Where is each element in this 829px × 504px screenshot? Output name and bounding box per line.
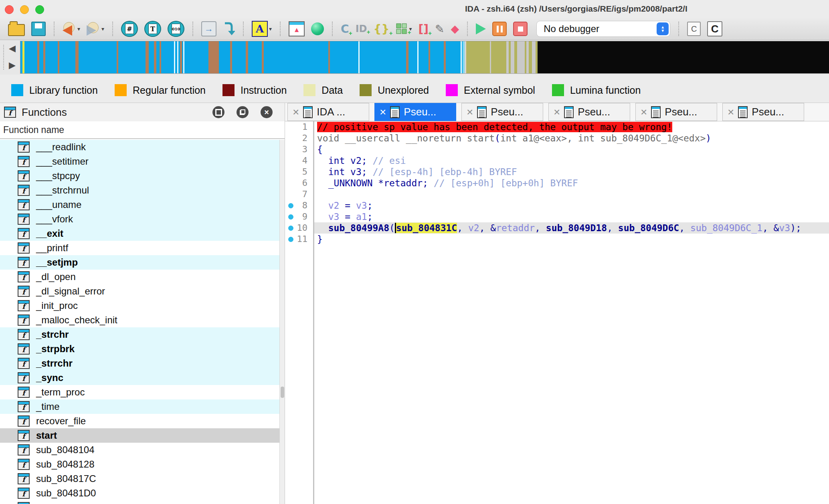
- function-row[interactable]: f_sync: [0, 371, 279, 385]
- code-line-text[interactable]: [314, 189, 829, 200]
- code-line-text[interactable]: int v3; // [esp-4h] [ebp-4h] BYREF: [314, 166, 829, 177]
- code-line-text[interactable]: sub_80499A8(sub_804831C, v2, &retaddr, s…: [314, 222, 829, 234]
- code-line-text[interactable]: }: [314, 234, 829, 245]
- navband-segment[interactable]: [538, 41, 829, 73]
- dropdown-chevron-icon[interactable]: ▾: [269, 26, 272, 32]
- navigation-band[interactable]: [20, 41, 829, 74]
- function-row[interactable]: f___stpcpy: [0, 169, 279, 183]
- navband-segment[interactable]: [463, 41, 465, 73]
- navband-segment[interactable]: [160, 41, 161, 73]
- jump-binary-icon[interactable]: 010: [168, 20, 184, 38]
- zoom-window-button[interactable]: [35, 5, 44, 14]
- navband-segment[interactable]: [20, 41, 465, 73]
- function-row[interactable]: f_dl_signal_error: [0, 284, 279, 298]
- create-function-icon[interactable]: C+: [341, 20, 349, 38]
- function-row[interactable]: f___uname: [0, 198, 279, 212]
- navband-segment[interactable]: [43, 41, 45, 73]
- navband-segment[interactable]: [154, 41, 156, 73]
- code-line-text[interactable]: void __usercall __noreturn start(int a1@…: [314, 133, 829, 144]
- tab-close-icon[interactable]: ×: [467, 107, 473, 118]
- function-row[interactable]: f___strchrnul: [0, 183, 279, 198]
- dropdown-chevron-icon[interactable]: ▾: [101, 26, 104, 32]
- create-struct-icon[interactable]: {}+: [374, 20, 390, 38]
- function-row[interactable]: fstart: [0, 428, 279, 443]
- navband-segment[interactable]: [358, 41, 360, 73]
- function-row[interactable]: f__setjmp: [0, 255, 279, 270]
- navband-segment[interactable]: [444, 41, 446, 73]
- breakpoint-icon[interactable]: ◆: [451, 20, 459, 38]
- navband-segment[interactable]: [417, 41, 419, 73]
- start-process-icon[interactable]: [476, 20, 486, 38]
- function-row[interactable]: f_term_proc: [0, 385, 279, 399]
- view-tab-5[interactable]: ×Pseu...: [722, 103, 804, 121]
- code-line-text[interactable]: _UNKNOWN *retaddr; // [esp+0h] [ebp+0h] …: [314, 177, 829, 189]
- function-chunks-icon[interactable]: +▾: [396, 20, 412, 38]
- stop-process-icon[interactable]: [513, 20, 528, 38]
- navband-position-marker[interactable]: [22, 41, 24, 73]
- open-file-icon[interactable]: [8, 20, 25, 38]
- function-row[interactable]: frecover_file: [0, 414, 279, 428]
- view-tab-1[interactable]: ×Pseu...: [374, 103, 456, 121]
- navband-right-arrow-icon[interactable]: ▶: [9, 58, 19, 73]
- tab-close-icon[interactable]: ×: [641, 107, 647, 118]
- code-line-text[interactable]: v3 = a1;: [314, 211, 829, 222]
- rename-icon[interactable]: A▾: [252, 20, 272, 38]
- navband-segment[interactable]: [177, 41, 178, 73]
- navband-segment[interactable]: [246, 41, 248, 73]
- minimize-window-button[interactable]: [20, 5, 29, 14]
- open-view-icon[interactable]: ▲: [289, 20, 305, 38]
- view-tab-2[interactable]: ×Pseu...: [461, 103, 543, 121]
- navband-segment[interactable]: [406, 41, 408, 73]
- jump-name-icon[interactable]: T: [144, 20, 161, 38]
- navband-segment[interactable]: [230, 41, 232, 73]
- function-row[interactable]: fsub_80481D0: [0, 486, 279, 500]
- view-tab-3[interactable]: ×Pseu...: [548, 103, 630, 121]
- function-row[interactable]: fsub_804817C: [0, 472, 279, 486]
- function-row[interactable]: f__exit: [0, 226, 279, 241]
- save-icon[interactable]: [31, 20, 46, 38]
- navband-segment[interactable]: [117, 41, 118, 73]
- navband-segment[interactable]: [75, 41, 79, 73]
- tab-close-icon[interactable]: ×: [728, 107, 734, 118]
- navband-segment[interactable]: [174, 41, 175, 73]
- navband-segment[interactable]: [511, 41, 514, 73]
- navband-left-arrow-icon[interactable]: ◀: [9, 41, 19, 56]
- tab-close-icon[interactable]: ×: [554, 107, 560, 118]
- attach-debug-icon[interactable]: C: [707, 20, 722, 38]
- function-row[interactable]: f___readlink: [0, 140, 279, 154]
- jump-xref-icon[interactable]: [223, 20, 235, 38]
- navband-segment[interactable]: [532, 41, 536, 73]
- create-array-icon[interactable]: []+: [418, 20, 429, 38]
- scrollbar-thumb[interactable]: [281, 387, 284, 398]
- tab-close-icon[interactable]: ×: [380, 107, 386, 118]
- lumina-icon[interactable]: [311, 20, 324, 38]
- navband-segment[interactable]: [58, 41, 59, 73]
- function-row[interactable]: f_dl_open: [0, 270, 279, 284]
- pause-process-icon[interactable]: [492, 20, 507, 38]
- function-row[interactable]: f_strpbrk: [0, 342, 279, 356]
- function-row[interactable]: f_strrchr: [0, 356, 279, 371]
- navband-segment[interactable]: [208, 41, 219, 73]
- forward-icon[interactable]: ▾: [87, 20, 104, 38]
- navband-segment[interactable]: [37, 41, 39, 73]
- view-tab-4[interactable]: ×Pseu...: [635, 103, 717, 121]
- function-row[interactable]: f_strchr: [0, 327, 279, 342]
- select-stepper-icon[interactable]: ▲▼: [657, 22, 669, 35]
- navband-segment[interactable]: [461, 41, 462, 73]
- code-line-text[interactable]: // positive sp value has been detected, …: [314, 121, 829, 133]
- navband-segment[interactable]: [514, 41, 517, 73]
- tab-close-icon[interactable]: ×: [293, 107, 299, 118]
- panel-float-button[interactable]: [237, 106, 249, 118]
- navband-segment[interactable]: [429, 41, 430, 73]
- function-name-column-header[interactable]: Function name: [0, 121, 285, 139]
- navband-segment[interactable]: [183, 41, 184, 73]
- jump-operand-icon[interactable]: →: [201, 20, 216, 38]
- pseudocode-view[interactable]: 1// positive sp value has been detected,…: [285, 121, 829, 504]
- navband-segment[interactable]: [490, 41, 491, 73]
- quick-debug-icon[interactable]: C: [687, 20, 701, 38]
- navband-segment[interactable]: [146, 41, 149, 73]
- function-row[interactable]: f___setitimer: [0, 154, 279, 169]
- code-line-text[interactable]: v2 = v3;: [314, 200, 829, 211]
- view-tab-0[interactable]: ×IDA ...: [287, 103, 369, 121]
- navband-segment[interactable]: [328, 41, 330, 73]
